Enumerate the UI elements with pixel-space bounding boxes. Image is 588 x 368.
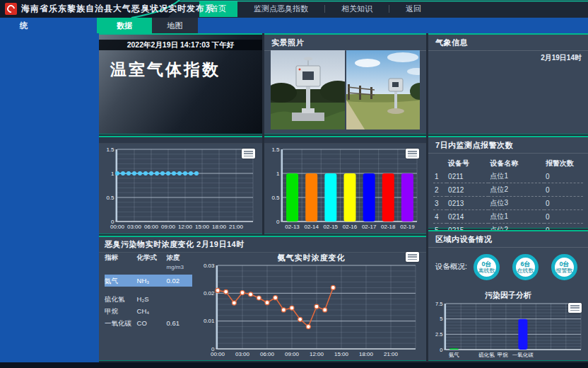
photos-panel-title: 实景照片: [264, 35, 426, 51]
svg-text:1.5: 1.5: [106, 146, 114, 153]
svg-text:硫化氢: 硫化氢: [478, 352, 495, 358]
ammonia-chart: 00.010.020.0300:0003:0006:0009:0012:0015…: [198, 263, 423, 359]
weather-panel: 气象信息 2月19日14时: [428, 33, 588, 134]
pollutant-row[interactable]: 氨气NH₃0.02: [105, 275, 192, 287]
pollutant-row[interactable]: 甲烷CH₄: [105, 306, 192, 316]
ammonia-chart-wrap: 氨气实时浓度变化 00.010.020.0300:0003:0006:0009:…: [196, 251, 426, 360]
table-cell: 0: [544, 197, 583, 210]
svg-text:00:00: 00:00: [211, 351, 225, 357]
tab-band: 统 数据地图: [0, 18, 588, 33]
table-row: 20212点位20: [433, 183, 583, 197]
chart-menu-icon[interactable]: [568, 303, 582, 313]
svg-text:06:00: 06:00: [260, 351, 275, 357]
stat-label: 报警数: [555, 268, 572, 274]
chart-menu-icon[interactable]: [406, 252, 419, 262]
pollutant-cell: 0.02: [167, 275, 192, 287]
svg-text:09:00: 09:00: [161, 224, 176, 230]
pollutant-cell: 硫化氢: [105, 294, 137, 304]
factor-chart: 02.557.5氨气硫化氢甲烷一氧化碳: [430, 301, 585, 357]
svg-text:21:00: 21:00: [384, 351, 399, 357]
stat-label: 离线数: [478, 268, 495, 274]
odor-realtime-panel: 恶臭污染物实时浓度变化 2月19日14时 指标 化学式 浓度 mg/m3 氨气N…: [99, 236, 426, 361]
table-row: 10211点位10: [433, 170, 583, 183]
svg-text:02-17: 02-17: [362, 224, 377, 230]
view-tabs: 数据地图: [97, 18, 198, 33]
nav-item-knowledge[interactable]: 相关知识: [334, 1, 380, 17]
table-cell: 0: [544, 183, 583, 197]
sidebar: [0, 33, 99, 362]
tab-map[interactable]: 地图: [152, 18, 198, 33]
alarm-col-header: 设备号: [447, 156, 488, 170]
table-cell: 4: [433, 210, 447, 224]
stat-count: 0台: [559, 260, 569, 268]
pollutant-cell: CH₄: [137, 306, 167, 316]
alarm-panel-title: 7日内监测点报警次数: [428, 137, 588, 154]
table-cell: 0211: [447, 170, 488, 183]
svg-text:0: 0: [276, 219, 280, 225]
concentration-unit: mg/m3: [167, 264, 184, 270]
svg-text:1.5: 1.5: [271, 146, 280, 153]
col-concentration: 浓度 mg/m3: [167, 253, 192, 270]
pollutant-row[interactable]: 硫化氢H₂S: [105, 294, 192, 304]
pollutant-cell: 甲烷: [105, 306, 137, 316]
devices-panel: 区域内设备情况 设备概况: 0台离线数6台在线数0台报警数 污染因子分析 02.…: [428, 230, 588, 361]
alarm-col-header: 报警次数: [544, 156, 583, 170]
panel-top-strip: [99, 137, 262, 144]
datetime-banner: 2022年2月19日 14:17:03 下午好: [99, 40, 262, 50]
pollutant-cell: CO: [137, 318, 167, 328]
tab-data[interactable]: 数据: [97, 18, 152, 33]
gas-index-chart: 00.511.500:0003:0006:0009:0012:0015:0018…: [100, 145, 260, 231]
svg-text:18:00: 18:00: [212, 224, 227, 230]
svg-text:18:00: 18:00: [359, 351, 374, 357]
svg-text:02-15: 02-15: [324, 224, 339, 230]
device-overview-label: 设备概况:: [435, 262, 467, 272]
svg-text:02-16: 02-16: [343, 224, 358, 230]
dashboard: 首页监测点恶臭指数相关知识返回 海南省乐东黎族自治县大气恶臭状况实时发布系 统 …: [0, 0, 588, 368]
chart-menu-icon[interactable]: [406, 149, 419, 159]
site-photos-panel: 实景照片: [264, 33, 426, 134]
svg-text:15:00: 15:00: [334, 351, 349, 357]
table-cell: 1: [433, 170, 447, 183]
odor-panel-body: 指标 化学式 浓度 mg/m3 氨气NH₃0.02硫化氢H₂S甲烷CH₄一氧化碳…: [99, 251, 426, 360]
table-cell: 点位1: [488, 210, 543, 224]
table-cell: 点位3: [488, 197, 543, 210]
alarm-col-header: [433, 156, 447, 170]
table-cell: 点位1: [488, 170, 543, 183]
svg-text:0.5: 0.5: [106, 195, 114, 201]
nav-item-odor-index[interactable]: 监测点恶臭指数: [247, 1, 315, 17]
nav-separator: [389, 5, 389, 13]
nav-item-back[interactable]: 返回: [399, 1, 428, 17]
table-cell: 0214: [447, 210, 488, 224]
pollutant-cell: H₂S: [137, 294, 167, 304]
main-nav: 首页监测点恶臭指数相关知识返回: [168, 0, 588, 18]
device-stat-circle: 0台报警数: [551, 254, 577, 280]
svg-text:0.01: 0.01: [204, 318, 215, 324]
greenhouse-index-panel: 2022年2月19日 14:17:03 下午好 温室气体指数: [99, 33, 262, 134]
bottom-strip: [0, 362, 588, 368]
device-stat-circle: 0台离线数: [474, 254, 500, 280]
greenhouse-index-title: 温室气体指数: [110, 59, 220, 81]
table-cell: 0: [544, 170, 583, 183]
chart-menu-icon[interactable]: [242, 149, 255, 159]
nav-separator: [324, 5, 325, 13]
factor-chart-title: 污染因子分析: [428, 290, 588, 301]
svg-text:06:00: 06:00: [144, 224, 159, 230]
svg-text:5: 5: [440, 316, 442, 322]
table-cell: 0212: [447, 183, 488, 197]
site-photo-2: [346, 50, 421, 130]
gas-index-chart-panel: 00.511.500:0003:0006:0009:0012:0015:0018…: [99, 136, 262, 234]
alarm-col-header: 设备名称: [488, 156, 543, 170]
stat-label: 在线数: [517, 268, 534, 274]
app-logo-icon: [5, 3, 17, 15]
pollutant-table: 指标 化学式 浓度 mg/m3 氨气NH₃0.02硫化氢H₂S甲烷CH₄一氧化碳…: [99, 251, 196, 360]
stat-count: 6台: [520, 260, 530, 268]
weather-timestamp: 2月19日14时: [428, 51, 588, 65]
weather-panel-title: 气象信息: [428, 35, 588, 51]
stat-count: 0台: [481, 260, 491, 268]
svg-text:1: 1: [111, 171, 114, 177]
pollutant-row[interactable]: 一氧化碳CO0.61: [105, 318, 192, 328]
site-photo-1: [271, 50, 345, 130]
photos-row: [271, 50, 420, 130]
topbar: 首页监测点恶臭指数相关知识返回 海南省乐东黎族自治县大气恶臭状况实时发布系: [0, 0, 588, 18]
app-title-wrapped-char: 统: [20, 18, 28, 33]
